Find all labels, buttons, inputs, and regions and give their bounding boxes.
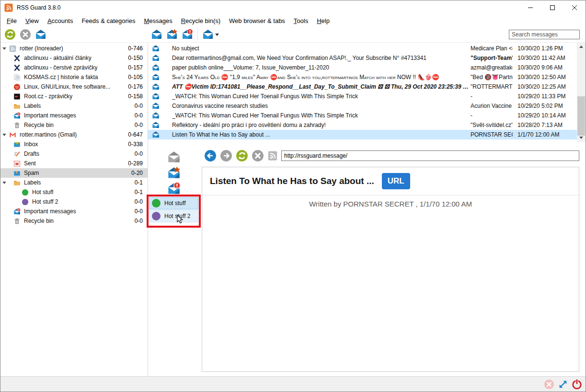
message-row[interactable]: ATT ⛔Victim ID:1741081__Please_Respond__… [148,82,577,92]
stop-load-button[interactable] [252,150,264,162]
circle-purple-icon [22,198,29,206]
message-subject: She's 24 Years Old ⛔ "1,9 miles" Away ⛔a… [172,74,471,81]
feed-item-abclinuxu-aktu-ln-l-nky[interactable]: abclinuxu - aktuální články0-150 [0,53,148,63]
message-row[interactable]: Reflektory - ideální pro práci i pro osv… [148,120,577,130]
feed-unread-count: 0-0 [135,122,148,128]
mail-open-blue-icon [35,29,46,40]
feed-item-root-cz-zpr-vi-ky[interactable]: Root.cz - zprávičky0-158 [0,92,148,101]
back-button[interactable] [204,150,217,162]
message-row[interactable]: She's 24 Years Old ⛔ "1,9 miles" Away ⛔a… [148,72,577,82]
mark-message-read-button[interactable] [150,28,163,41]
stop-update-button[interactable] [19,28,32,41]
feed-item-rotter-inoreader[interactable]: rotter (Inoreader)0-746 [0,44,148,53]
feeds-toolbar-group [3,28,47,41]
maximize-button[interactable] [541,0,563,15]
url-input[interactable] [281,150,579,161]
feed-unread-count: 0-0 [135,103,148,109]
message-byline: Written by PORNSTAR SECRET , 1/1/70 12:0… [202,196,579,213]
message-list-scrollbar[interactable] [577,43,586,142]
label-name: Hot stuff [164,200,185,207]
menu-tools[interactable]: Tools [289,16,312,26]
menu-help[interactable]: Help [312,16,334,26]
menu-accounts[interactable]: Accounts [43,16,77,26]
feed-item-linux-gnu-linux-free-software[interactable]: Linux, GNU/Linux, free software...0-176 [0,82,148,92]
menu-feeds-categories[interactable]: Feeds & categories [77,16,139,26]
message-row[interactable]: Coronavirus vaccine research studiesAcur… [148,101,577,111]
message-row[interactable]: Dear rottermartinos@gmail.com, We Need Y… [148,53,577,63]
mark-unread-button[interactable] [181,28,194,41]
scroll-down-button[interactable] [577,134,586,142]
feed-unread-count: 0-105 [128,74,148,81]
stop-icon [20,29,31,40]
minimize-button[interactable] [519,0,541,15]
message-date: 10/29/20 5:02 PM [513,103,577,109]
feed-item-drafts[interactable]: Drafts0-0 [0,149,148,159]
message-row[interactable]: Listen To What he Has to Say about ...PO… [148,130,577,139]
label-assign-hot-stuff[interactable]: Hot stuff [149,197,198,209]
feed-item-kosmas-cz-historie-a-fakta[interactable]: KOSMAS.cz | historie a fakta0-105 [0,72,148,82]
feed-item-hot-stuff[interactable]: Hot stuff0-1 [0,187,148,197]
pages-icon [13,74,21,81]
scroll-up-button[interactable] [577,43,586,51]
quit-button[interactable] [572,379,582,390]
update-feeds-button[interactable] [3,28,17,41]
fullscreen-button[interactable] [558,379,568,390]
reload-button[interactable] [236,150,248,162]
feed-item-abclinuxu-erstv-zpr-vi-ky[interactable]: abclinuxu - čerstvé zprávičky0-157 [0,63,148,72]
abclinuxu-icon [13,55,21,62]
feed-unread-count: 0-289 [128,160,148,167]
feed-label: Inbox [24,141,38,148]
feed-item-inbox[interactable]: Inbox0-338 [0,139,148,149]
feed-item-sent[interactable]: Sent0-289 [0,159,148,168]
scrollbar-thumb[interactable] [577,96,585,136]
feed-item-spam[interactable]: Spam0-20 [0,168,148,178]
menu-messages[interactable]: Messages [139,16,176,26]
message-sender: "ROTTERMARTIN... [471,83,513,90]
feed-label: Linux, GNU/Linux, free software... [24,83,110,90]
open-url-button[interactable]: URL [382,173,410,189]
message-actions-dropdown-button[interactable] [201,28,219,41]
label-assign-hot-stuff-2[interactable]: Hot stuff 2 [149,210,198,222]
feed-item-labels[interactable]: Labels0-0 [0,101,148,111]
chevron-expanded-icon[interactable] [2,182,6,184]
feed-item-recycle-bin[interactable]: Recycle bin0-0 [0,120,148,130]
menu-file[interactable]: File [2,16,21,26]
feed-unread-count: 0-0 [135,218,148,224]
chevron-expanded-icon[interactable] [2,134,6,136]
feed-item-recycle-bin[interactable]: Recycle bin0-0 [0,216,148,226]
sent-icon [13,160,21,167]
feed-item-important-messages[interactable]: Important messages0-0 [0,207,148,216]
feed-item-labels[interactable]: Labels0-1 [0,178,148,187]
toggle-important-button[interactable] [166,166,182,181]
refresh-icon [236,156,248,163]
forward-icon [220,156,232,163]
message-sender: "Support-Team" ... [471,55,513,61]
feed-label: Labels [24,103,41,109]
menu-web-browser-tabs[interactable]: Web browser & tabs [225,16,289,26]
forward-button[interactable] [220,150,232,162]
feed-unread-count: 0-0 [135,208,148,215]
mark-feed-read-button[interactable] [34,28,47,41]
mail-open-blue-icon [151,64,161,71]
message-row[interactable]: _WATCH: This Woman Cured Her Toenail Fun… [148,92,577,101]
toggle-read-button[interactable] [166,150,182,165]
main-area: rotter (Inoreader)0-746abclinuxu - aktuá… [0,43,586,376]
feed-label: Hot stuff [32,189,53,196]
message-row[interactable]: No subjectMedicare Plan <e...10/30/20 1:… [148,44,577,53]
close-button[interactable] [563,0,586,15]
mark-important-button[interactable] [165,28,179,41]
message-row[interactable]: _WATCH: This Woman Cured Her Toenail Fun… [148,111,577,120]
mail-open-blue-icon [202,29,214,40]
menu-view[interactable]: View [21,16,43,26]
feed-label: abclinuxu - aktuální články [24,55,92,61]
feed-item-hot-stuff-2[interactable]: Hot stuff 20-0 [0,197,148,207]
menu-recycle-bin-s[interactable]: Recycle bin(s) [177,16,225,26]
message-vertical-toolbar: Hot stuffHot stuff 2 [148,142,202,376]
message-sender: azmal@greatlake... [471,64,513,71]
message-row[interactable]: paper publish online___Volume: 7, Issue_… [148,63,577,72]
chevron-expanded-icon[interactable] [2,47,6,50]
message-date: 10/30/20 11:42 AM [513,55,577,61]
search-input[interactable] [509,30,580,39]
feed-item-important-messages[interactable]: Important messages0-0 [0,111,148,120]
feed-item-rotter-martinos-gmail[interactable]: rotter.martinos (Gmail)0-647 [0,130,148,139]
